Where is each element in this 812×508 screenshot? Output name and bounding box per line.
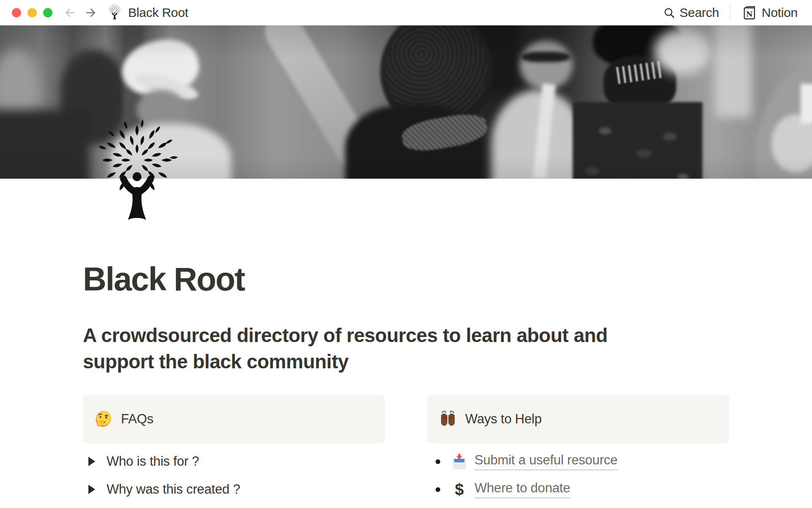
back-button[interactable] [64, 7, 76, 19]
subtitle-line-2: support the black community [83, 348, 729, 375]
toggle-triangle-icon[interactable] [88, 485, 95, 494]
where-to-donate-link[interactable]: Where to donate [475, 480, 570, 498]
raising-hands-emoji [439, 410, 457, 428]
faq-column: FAQs Who is this for ? Why was this crea… [83, 395, 385, 499]
zoom-window-button[interactable] [43, 8, 52, 17]
svg-text:N: N [746, 10, 753, 18]
page-icon-tree[interactable] [96, 127, 178, 222]
help-column: Ways to Help Submit a useful resource [427, 395, 729, 499]
window-controls [12, 8, 52, 17]
bullet-dot [436, 487, 440, 492]
toggle-triangle-icon[interactable] [88, 457, 95, 466]
app-titlebar: Black Root Search N Notion [0, 0, 812, 25]
notion-brand-label: Notion [762, 6, 798, 20]
titlebar-divider [730, 5, 731, 20]
search-button[interactable]: Search [664, 6, 719, 20]
search-icon [664, 7, 675, 19]
thinking-face-emoji [95, 410, 112, 428]
search-label: Search [680, 6, 719, 20]
notion-brand-button[interactable]: N Notion [742, 6, 798, 20]
toggle-label: Who is this for ? [107, 454, 199, 469]
toggle-label: Why was this created ? [107, 482, 240, 497]
titlebar-page-title[interactable]: Black Root [128, 6, 188, 20]
bullet-dot [436, 459, 440, 464]
subtitle-line-1: A crowdsourced directory of resources to… [83, 322, 729, 348]
forward-arrow-icon [85, 7, 96, 19]
toggle-why-was-this-created[interactable]: Why was this created ? [83, 480, 385, 499]
inbox-tray-icon [452, 453, 467, 470]
link-row-where-to-donate: $ Where to donate [427, 480, 729, 499]
minimize-window-button[interactable] [27, 8, 37, 17]
ways-to-help-callout[interactable]: Ways to Help [427, 395, 729, 443]
page-title[interactable]: Black Root [83, 260, 729, 298]
link-row-submit-resource: Submit a useful resource [427, 452, 729, 471]
submit-resource-link[interactable]: Submit a useful resource [475, 453, 617, 470]
back-arrow-icon [64, 7, 76, 19]
toggle-who-is-this-for[interactable]: Who is this for ? [83, 452, 385, 471]
help-callout-label: Ways to Help [465, 411, 542, 427]
page-subtitle[interactable]: A crowdsourced directory of resources to… [83, 322, 729, 375]
faq-callout-label: FAQs [121, 411, 154, 427]
dollar-sign-icon: $ [452, 480, 467, 498]
two-column-layout: FAQs Who is this for ? Why was this crea… [83, 395, 729, 499]
page-body: Black Root A crowdsourced directory of r… [83, 179, 729, 499]
titlebar-right: Search N Notion [664, 5, 798, 20]
notion-logo-icon: N [742, 6, 757, 20]
close-window-button[interactable] [12, 8, 21, 17]
forward-button[interactable] [85, 7, 96, 19]
faq-callout[interactable]: FAQs [83, 395, 385, 443]
page-favicon-tree-icon [108, 6, 121, 20]
